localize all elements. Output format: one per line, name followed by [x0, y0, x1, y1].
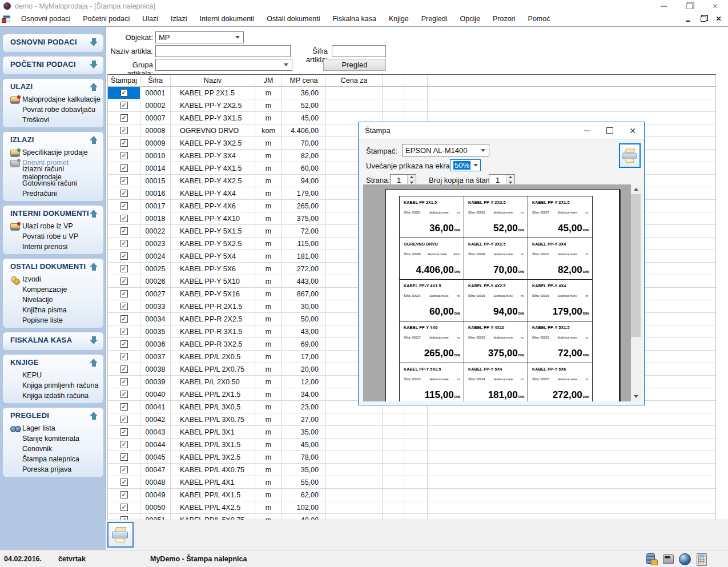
print-checkbox-cell[interactable] [108, 439, 140, 451]
print-checkbox-cell[interactable] [108, 376, 140, 388]
sidebar-item[interactable]: Interni prenosi [3, 242, 103, 252]
print-checkbox-cell[interactable] [108, 225, 140, 237]
row-checkbox[interactable] [120, 139, 128, 147]
print-checkbox-cell[interactable] [108, 489, 140, 501]
row-checkbox[interactable] [120, 177, 128, 184]
row-checkbox[interactable] [120, 303, 128, 310]
sidebar-item[interactable]: Povrat robe dobavljaču [3, 104, 103, 115]
sidebar-section-header[interactable]: OSNOVNI PODACI [3, 34, 103, 50]
sidebar-section-header[interactable]: INTERNI DOKUMENTI [3, 206, 103, 221]
row-checkbox[interactable] [120, 215, 128, 222]
sifra-artikla-input[interactable] [332, 45, 386, 57]
collapse-arrow-icon[interactable] [90, 136, 98, 144]
table-row[interactable]: 00048 KABEL PP/L 4X1 m 55,00 [108, 476, 715, 489]
row-checkbox[interactable] [120, 202, 128, 210]
scroll-thumb[interactable] [631, 194, 641, 337]
sidebar-item[interactable]: Lager lista [3, 423, 103, 433]
sidebar-item[interactable]: Poreska prijava [3, 464, 103, 474]
print-checkbox-cell[interactable] [108, 200, 140, 212]
print-checkbox-cell[interactable] [108, 238, 140, 250]
sidebar-section-header[interactable]: OSTALI DOKUMENTI [3, 259, 103, 274]
row-checkbox[interactable] [120, 190, 128, 197]
print-checkbox-cell[interactable] [108, 426, 140, 438]
row-checkbox[interactable] [120, 353, 128, 360]
globe-icon[interactable] [678, 553, 691, 565]
row-checkbox[interactable] [120, 466, 128, 473]
row-checkbox[interactable] [120, 152, 128, 159]
sidebar-section-header[interactable]: POČETNI PODACI [3, 57, 103, 72]
sidebar-item[interactable]: Maloprodajne kalkulacije [3, 94, 103, 104]
close-icon[interactable] [702, 0, 728, 12]
print-checkbox-cell[interactable] [108, 250, 140, 262]
print-checkbox-cell[interactable] [108, 451, 140, 463]
dialog-print-button[interactable] [619, 143, 641, 168]
menu-item[interactable]: Knjige [383, 13, 415, 25]
collapse-arrow-icon[interactable] [90, 359, 98, 367]
row-checkbox[interactable] [120, 453, 128, 461]
row-checkbox[interactable] [120, 403, 128, 411]
table-row[interactable]: 00001 KABEL PP 2X1.5 m 36,00 [108, 87, 715, 99]
dialog-title-bar[interactable]: Štampa [359, 122, 644, 139]
print-checkbox-cell[interactable] [108, 87, 140, 99]
spin-up-icon[interactable] [408, 175, 416, 180]
sidebar-item[interactable]: Ulazi robe iz VP [3, 221, 103, 231]
sidebar-item[interactable]: Cenovnik [3, 444, 103, 454]
sidebar-section-header[interactable]: FISKALNA KASA [3, 332, 103, 348]
menu-item[interactable]: Početni podaci [77, 13, 136, 25]
print-checkbox-cell[interactable] [108, 514, 140, 520]
row-checkbox[interactable] [120, 114, 128, 122]
zoom-dropdown[interactable]: 50% [450, 159, 481, 171]
print-checkbox-cell[interactable] [108, 263, 140, 275]
sidebar-item[interactable]: Kompenzacije [3, 284, 103, 295]
sidebar-item[interactable]: Popisne liste [3, 315, 103, 325]
print-checkbox-cell[interactable] [108, 476, 140, 488]
menu-item[interactable]: Ostali dokumenti [260, 13, 326, 25]
sidebar-item[interactable]: Štampa nalepnica [3, 454, 103, 464]
row-checkbox[interactable] [120, 278, 128, 285]
row-checkbox[interactable] [120, 416, 128, 423]
objekat-dropdown[interactable]: MP [155, 31, 244, 43]
menu-item[interactable]: Pomoć [522, 13, 557, 25]
menu-item[interactable]: Fiskalna kasa [326, 13, 382, 25]
print-checkbox-cell[interactable] [108, 175, 140, 187]
chevron-down-icon[interactable] [477, 144, 489, 156]
fiscal-printer-icon[interactable] [662, 553, 674, 565]
row-checkbox[interactable] [120, 89, 128, 96]
chevron-down-icon[interactable] [232, 32, 243, 43]
print-checkbox-cell[interactable] [108, 413, 140, 425]
row-checkbox[interactable] [120, 315, 128, 323]
chevron-down-icon[interactable] [470, 160, 480, 171]
sidebar-item[interactable]: Izlazni računi maloprodaje [3, 168, 103, 178]
scroll-down-icon[interactable] [631, 392, 641, 401]
row-checkbox[interactable] [120, 227, 128, 235]
print-checkbox-cell[interactable] [108, 401, 140, 413]
col-mp-cena[interactable]: MP cena [282, 75, 326, 86]
row-checkbox[interactable] [120, 265, 128, 272]
menu-item[interactable]: Ulazi [136, 13, 164, 25]
table-row[interactable]: 00042 KABEL PP/L 3X0.75 m 27,00 [108, 413, 715, 426]
collapse-arrow-icon[interactable] [90, 263, 98, 271]
calculator-icon[interactable] [695, 553, 707, 565]
table-row[interactable]: 00044 KABEL PP/L 3X1.5 m 45,00 [108, 439, 715, 451]
row-checkbox[interactable] [120, 328, 128, 335]
row-checkbox[interactable] [120, 504, 128, 511]
menu-item[interactable]: Opcije [454, 13, 486, 25]
collapse-arrow-icon[interactable] [90, 336, 98, 344]
collapse-arrow-icon[interactable] [90, 412, 98, 420]
sidebar-section-header[interactable]: PREGLEDI [3, 408, 103, 423]
sidebar-item[interactable]: Troškovi [3, 115, 103, 125]
print-checkbox-cell[interactable] [108, 162, 140, 174]
minimize-icon[interactable] [651, 0, 677, 12]
row-checkbox[interactable] [120, 391, 128, 398]
col-jm[interactable]: JM [255, 75, 282, 86]
menu-item[interactable]: Prozori [486, 13, 522, 25]
row-checkbox[interactable] [120, 378, 128, 385]
sidebar-item[interactable]: Knjiga primljenih računa [3, 380, 103, 391]
table-row[interactable]: 00050 KABEL PP/L 4X2.5 m 102,00 [108, 501, 715, 514]
col-stampaj[interactable]: Štampaj [108, 75, 140, 86]
sidebar-item[interactable]: Predračuni [3, 188, 103, 199]
table-row[interactable]: 00047 KABEL PP/L 4X0.75 m 35,00 [108, 464, 715, 476]
pregled-button[interactable]: Pregled [323, 59, 386, 71]
mdi-restore-icon[interactable] [698, 14, 708, 23]
print-checkbox-cell[interactable] [108, 124, 140, 136]
